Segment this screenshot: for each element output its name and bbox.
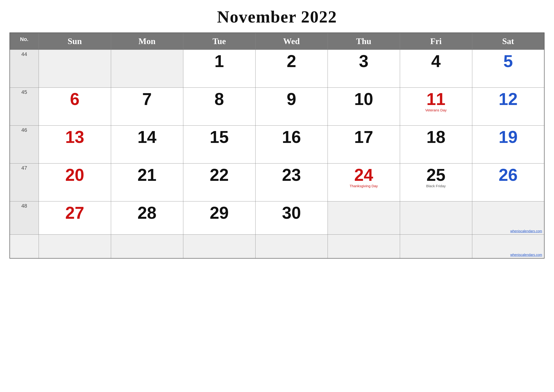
day-cell: 5: [472, 50, 544, 88]
day-cell: 30: [255, 202, 328, 235]
week-number: 48: [10, 202, 39, 235]
week-number: 46: [10, 126, 39, 163]
day-number: 14: [113, 128, 181, 146]
day-cell: 24Thanksgiving Day: [328, 163, 400, 202]
day-cell: 11Veterans Day: [400, 88, 472, 126]
day-cell: 17: [328, 126, 400, 163]
day-cell: 20: [39, 163, 111, 202]
day-number: 8: [186, 91, 253, 108]
day-cell: 29: [183, 202, 255, 235]
col-header-wed: Wed: [255, 33, 328, 50]
day-number: 11: [402, 91, 470, 108]
empty-cell: [328, 235, 400, 258]
empty-cell: [255, 235, 328, 258]
day-cell: 28: [111, 202, 183, 235]
week-row: 4412345: [10, 50, 544, 88]
empty-cell: [39, 235, 111, 258]
day-cell: [328, 202, 400, 235]
day-number: 28: [113, 204, 181, 221]
day-number: 20: [41, 166, 109, 183]
day-number: 21: [113, 166, 181, 183]
week-number-empty: [10, 235, 39, 258]
day-cell: 27: [39, 202, 111, 235]
week-number: 47: [10, 163, 39, 202]
week-row: 4567891011Veterans Day12: [10, 88, 544, 126]
day-cell: 14: [111, 126, 183, 163]
col-header-no: No.: [10, 33, 39, 50]
col-header-sat: Sat: [472, 33, 544, 50]
day-number: 7: [113, 91, 181, 108]
day-number: 9: [258, 91, 325, 108]
day-cell: 4: [400, 50, 472, 88]
credit-link[interactable]: wheniscalendars.com: [510, 229, 542, 233]
week-row: 472021222324Thanksgiving Day25Black Frid…: [10, 163, 544, 202]
credit-link[interactable]: wheniscalendars.com: [510, 253, 542, 257]
day-number: 15: [186, 128, 253, 146]
day-number: 22: [186, 166, 253, 183]
col-header-sun: Sun: [39, 33, 111, 50]
day-number: 25: [402, 166, 470, 183]
holiday-label: Black Friday: [402, 184, 470, 188]
day-number: 4: [402, 53, 470, 70]
day-cell: [111, 50, 183, 88]
day-cell: 21: [111, 163, 183, 202]
calendar-table: No. Sun Mon Tue Wed Thu Fri Sat 44123454…: [9, 33, 545, 259]
day-number: 23: [258, 166, 325, 183]
calendar-title: November 2022: [217, 7, 337, 27]
day-number: 26: [475, 166, 542, 183]
day-cell: 10: [328, 88, 400, 126]
col-header-thu: Thu: [328, 33, 400, 50]
day-cell: 26: [472, 163, 544, 202]
day-cell: 2: [255, 50, 328, 88]
day-number: 1: [186, 53, 253, 70]
day-number: 16: [258, 128, 325, 146]
week-number: 45: [10, 88, 39, 126]
empty-row: wheniscalendars.com: [10, 235, 544, 258]
day-cell: 23: [255, 163, 328, 202]
day-cell: 12: [472, 88, 544, 126]
day-cell: 9: [255, 88, 328, 126]
day-number: 3: [330, 53, 397, 70]
day-number: 13: [41, 128, 109, 146]
day-cell: 8: [183, 88, 255, 126]
day-cell: 6: [39, 88, 111, 126]
day-number: 19: [475, 128, 542, 146]
day-number: 6: [41, 91, 109, 108]
day-cell: 1: [183, 50, 255, 88]
week-number: 44: [10, 50, 39, 88]
day-number: 24: [330, 166, 397, 183]
empty-cell: wheniscalendars.com: [472, 235, 544, 258]
day-number: 2: [258, 53, 325, 70]
day-cell: [400, 202, 472, 235]
day-cell: 13: [39, 126, 111, 163]
day-number: 12: [475, 91, 542, 108]
day-number: 10: [330, 91, 397, 108]
day-number: 5: [475, 53, 542, 70]
empty-cell: [400, 235, 472, 258]
col-header-tue: Tue: [183, 33, 255, 50]
day-number: 27: [41, 204, 109, 221]
day-cell: 19: [472, 126, 544, 163]
day-cell: 25Black Friday: [400, 163, 472, 202]
day-number: 18: [402, 128, 470, 146]
col-header-mon: Mon: [111, 33, 183, 50]
empty-cell: [111, 235, 183, 258]
holiday-label: Thanksgiving Day: [330, 184, 397, 188]
header-row: No. Sun Mon Tue Wed Thu Fri Sat: [10, 33, 544, 50]
day-cell: 18: [400, 126, 472, 163]
col-header-fri: Fri: [400, 33, 472, 50]
day-number: 30: [258, 204, 325, 221]
day-cell: 22: [183, 163, 255, 202]
day-cell: 7: [111, 88, 183, 126]
week-row: 4613141516171819: [10, 126, 544, 163]
day-number: 17: [330, 128, 397, 146]
day-cell: [39, 50, 111, 88]
day-cell: 3: [328, 50, 400, 88]
day-number: 29: [186, 204, 253, 221]
empty-cell: [183, 235, 255, 258]
week-row: 4827282930wheniscalendars.com: [10, 202, 544, 235]
day-cell: 16: [255, 126, 328, 163]
holiday-label: Veterans Day: [402, 108, 470, 112]
day-cell: 15: [183, 126, 255, 163]
day-cell: wheniscalendars.com: [472, 202, 544, 235]
